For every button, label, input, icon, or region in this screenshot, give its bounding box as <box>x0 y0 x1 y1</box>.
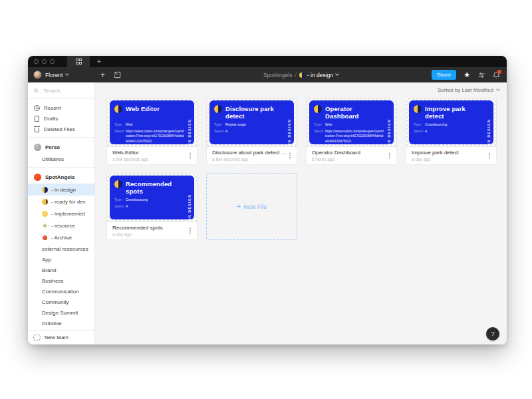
sidebar-project-item[interactable]: - resource <box>28 219 94 231</box>
file-card[interactable]: Improve park detect Type: Crowdsourcing … <box>406 98 497 165</box>
sidebar-project-item[interactable]: - ready for dev <box>28 196 94 207</box>
team-name: SpotAngels <box>45 174 74 180</box>
file-menu-icon[interactable] <box>389 155 390 156</box>
specs-field-label: Specs: <box>114 129 124 144</box>
sidebar-project-item[interactable]: external ressources <box>28 243 94 254</box>
sidebar-project-item[interactable]: Community <box>28 297 94 307</box>
clock-icon <box>34 105 40 111</box>
sidebar-project-item[interactable]: Communication <box>28 286 94 297</box>
type-field-value: Repeat usage <box>225 122 246 128</box>
file-menu-icon[interactable] <box>289 155 291 156</box>
favorite-star-icon[interactable]: ★ <box>464 71 470 78</box>
file-menu-icon[interactable] <box>489 155 490 156</box>
moon-half-icon <box>114 180 122 188</box>
minimize-window-icon[interactable] <box>42 59 47 64</box>
share-button[interactable]: Share <box>432 70 456 80</box>
user-menu[interactable]: Florent <box>28 70 95 79</box>
file-card[interactable]: Disclosure park detect Type: Repeat usag… <box>206 98 297 165</box>
type-field-label: Type: <box>114 122 124 128</box>
file-card[interactable]: Recommended spots Type: Crowdsourcing Sp… <box>106 173 198 240</box>
team-avatar <box>34 174 41 181</box>
breadcrumb-project-dropdown[interactable]: - in design <box>299 72 338 78</box>
file-thumbnail[interactable]: Operator Dashboard Type: Web Specs: http… <box>306 98 397 147</box>
sidebar-project-item[interactable]: Dribbble <box>28 318 94 329</box>
sidebar-project-item[interactable]: Design Summit <box>28 307 94 318</box>
specs-field-label: Specs: <box>214 129 224 134</box>
search-icon <box>34 88 39 94</box>
help-button[interactable]: ? <box>486 327 499 340</box>
file-grid: Web Editor Type: Web Specs: https://www.… <box>95 97 507 240</box>
file-thumbnail[interactable]: Web Editor Type: Web Specs: https://www.… <box>106 98 198 147</box>
file-modified-time: a day ago <box>112 232 163 237</box>
file-cover-title: Improve park detect <box>425 105 483 120</box>
trash-icon <box>35 128 39 132</box>
chevron-down-icon <box>496 87 500 91</box>
status-badge: IN DESIGN <box>188 176 192 219</box>
moon-half-icon <box>42 187 48 193</box>
file-modified-time: a few seconds ago <box>212 157 287 162</box>
sidebar-search[interactable] <box>28 82 94 99</box>
sort-dropdown[interactable]: Sorted by Last Modified <box>95 82 507 97</box>
project-label: Communication <box>42 289 79 295</box>
new-team-button[interactable]: New team <box>28 330 94 344</box>
type-field-value: Crowdsourcing <box>126 198 148 203</box>
sidebar-project-item[interactable]: - in design <box>28 184 94 196</box>
chevron-down-icon <box>66 72 70 76</box>
sidebar-nav-item[interactable]: Drafts <box>28 113 94 124</box>
type-field-value: Web <box>126 122 132 128</box>
maximize-window-icon[interactable] <box>50 59 55 64</box>
sidebar-nav-item[interactable]: Recent <box>28 102 94 113</box>
sidebar-project-item[interactable]: - Archive <box>28 231 94 243</box>
project-label: - in design <box>51 187 76 193</box>
version-swap-button[interactable] <box>477 72 485 78</box>
new-tab-button[interactable]: + <box>97 59 101 65</box>
main-toolbar: Florent + SpotAngels / - in design Share… <box>28 67 507 82</box>
breadcrumb-separator: / <box>295 72 296 78</box>
notifications-button[interactable] <box>493 71 500 79</box>
file-thumbnail[interactable]: Recommended spots Type: Crowdsourcing Sp… <box>106 173 198 222</box>
import-file-button[interactable] <box>114 71 121 78</box>
specs-field-value: https://www.notion.so/spotangels/Gamific… <box>126 129 184 144</box>
file-card[interactable]: Operator Dashboard Type: Web Specs: http… <box>306 98 397 165</box>
file-name: Disclosure about park detect and... <box>212 150 287 156</box>
specs-field-label: Specs: <box>114 204 124 209</box>
project-label: Design Summit <box>42 310 78 316</box>
type-field-label: Type: <box>214 122 224 128</box>
sidebar-project-item[interactable]: Business <box>28 275 94 286</box>
breadcrumb-team[interactable]: SpotAngels <box>263 72 292 78</box>
file-thumbnail[interactable]: Disclosure park detect Type: Repeat usag… <box>206 98 297 147</box>
type-field-value: Web <box>325 122 332 128</box>
moon-half-icon <box>314 105 322 113</box>
new-file-placeholder[interactable]: + New File <box>206 173 297 240</box>
sidebar-project-item[interactable]: Brand <box>28 265 94 275</box>
red-dot-icon <box>43 235 47 240</box>
notification-badge <box>497 70 501 74</box>
project-label: Dribbble <box>42 321 62 327</box>
swap-arrows-icon <box>477 72 485 78</box>
type-field-value: Crowdsourcing <box>425 122 447 128</box>
tab-file-browser[interactable] <box>67 56 90 67</box>
status-badge: IN DESIGN <box>188 100 192 144</box>
search-input[interactable] <box>42 87 88 94</box>
new-file-button[interactable]: + <box>100 71 105 79</box>
new-file-label: New File <box>243 203 267 210</box>
file-modified-time: 6 hours ago <box>312 157 360 162</box>
sidebar-team[interactable]: SpotAngels <box>28 170 94 184</box>
file-cover-title: Web Editor <box>126 105 160 112</box>
specs-field-value: A <box>225 129 227 134</box>
sidebar-project-item[interactable]: App <box>28 254 94 265</box>
file-thumbnail[interactable]: Improve park detect Type: Crowdsourcing … <box>406 98 497 147</box>
project-label: App <box>42 257 51 263</box>
close-window-icon[interactable] <box>34 59 39 64</box>
file-menu-icon[interactable] <box>190 230 191 231</box>
file-menu-icon[interactable] <box>190 155 191 156</box>
sidebar-team[interactable]: Perso <box>28 140 94 154</box>
sidebar-project-item[interactable]: - implemented <box>28 207 94 219</box>
file-name: Web-Editor <box>112 150 148 156</box>
user-avatar <box>33 70 42 79</box>
new-team-icon <box>33 334 41 341</box>
sidebar-project-item[interactable]: Utilitaires <box>28 154 94 164</box>
file-card[interactable]: Web Editor Type: Web Specs: https://www.… <box>106 98 198 165</box>
specs-field-value: A <box>126 204 128 209</box>
sidebar-nav-item[interactable]: Deleted Files <box>28 124 94 134</box>
